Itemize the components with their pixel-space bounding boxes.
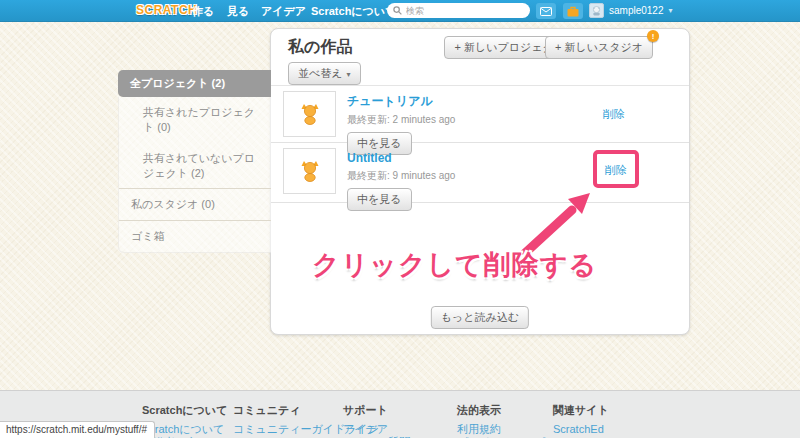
highlight-box: 削除 <box>593 150 639 188</box>
new-studio-button[interactable]: + 新しいスタジオ <box>545 36 653 59</box>
project-updated-label: 最終更新: 2 minutes ago <box>347 113 455 127</box>
delete-link-highlighted[interactable]: 削除 <box>605 164 627 176</box>
annotation-text: クリックして削除する <box>312 247 597 283</box>
search-input[interactable] <box>406 6 516 16</box>
delete-link[interactable]: 削除 <box>603 107 625 122</box>
project-row-untitled: Untitled 最終更新: 9 minutes ago 中を見る 削除 <box>271 143 689 203</box>
footer-col-title: Scratchについて <box>142 403 231 418</box>
chevron-down-icon: ▾ <box>347 70 351 79</box>
sidebar-item-all-projects[interactable]: 全プロジェクト (2) <box>118 70 271 97</box>
username-label: sample0122 <box>609 5 663 16</box>
sidebar-item-trash[interactable]: ゴミ箱 <box>119 220 271 252</box>
project-thumbnail[interactable] <box>283 91 336 137</box>
project-thumbnail[interactable] <box>283 148 336 194</box>
sidebar-group: 共有されたプロジェクト (0) 共有されていないプロジェクト (2) 私のスタジ… <box>118 97 271 253</box>
mystuff-panel: 私の作品 + 新しいプロジェクト + 新しいスタジオ ! 並べ替え▾ チュートリ… <box>270 28 690 335</box>
footer-col-title: 関連サイト <box>553 403 613 418</box>
project-title-link[interactable]: チュートリアル <box>347 93 433 110</box>
footer-col-support: サポート アイデア よくある質問 オフラインエディター <box>343 403 455 438</box>
project-updated-label: 最終更新: 9 minutes ago <box>347 169 455 183</box>
mystuff-button[interactable] <box>563 3 583 19</box>
chevron-down-icon: ▾ <box>668 6 672 15</box>
nav-explore[interactable]: 見る <box>223 0 253 22</box>
top-navbar: SCRATCH 作る 見る アイデア Scratchについて <box>0 0 800 22</box>
footer-col-related: 関連サイト ScratchEd ScratchJr Scratch Day <box>553 403 613 438</box>
footer-link[interactable]: Scratchについて <box>142 423 231 436</box>
sidebar-item-shared-projects[interactable]: 共有されたプロジェクト (0) <box>119 97 271 143</box>
footer-col-title: サポート <box>343 403 455 418</box>
account-menu[interactable]: sample0122 ▾ <box>589 3 673 18</box>
sidebar-item-unshared-projects[interactable]: 共有されていないプロジェクト (2) <box>119 143 271 189</box>
nav-create[interactable]: 作る <box>188 0 218 22</box>
footer-link[interactable]: ScratchEd <box>553 423 613 436</box>
sidebar-item-my-studios[interactable]: 私のスタジオ (0) <box>119 188 271 220</box>
nav-ideas[interactable]: アイデア <box>257 0 310 22</box>
footer-col-about: Scratchについて Scratchについて 保護者の方へ 教育関係者の方へ <box>142 403 231 438</box>
project-title-link[interactable]: Untitled <box>347 151 392 165</box>
project-filter-sidebar: 全プロジェクト (2) 共有されたプロジェクト (0) 共有されていないプロジェ… <box>118 70 271 253</box>
project-info: Untitled 最終更新: 9 minutes ago 中を見る <box>347 148 455 211</box>
browser-status-url: https://scratch.mit.edu/mystuff/# <box>0 421 155 438</box>
avatar-cat-icon <box>591 5 602 16</box>
mail-icon <box>540 7 552 16</box>
search-box <box>387 3 530 18</box>
sort-button[interactable]: 並べ替え▾ <box>288 62 361 85</box>
scratch-cat-icon <box>299 102 321 126</box>
messages-button[interactable] <box>536 3 556 19</box>
footer-link[interactable]: アイデア <box>343 423 455 436</box>
avatar <box>589 3 604 18</box>
scratch-cat-icon <box>299 159 321 183</box>
page-title: 私の作品 <box>288 37 352 58</box>
load-more-button[interactable]: もっと読み込む <box>431 306 529 329</box>
notification-badge: ! <box>647 30 659 42</box>
sort-button-label: 並べ替え <box>298 67 343 79</box>
search-icon <box>393 6 402 15</box>
briefcase-icon <box>567 6 579 17</box>
project-row-tutorial: チュートリアル 最終更新: 2 minutes ago 中を見る 削除 <box>271 86 689 143</box>
see-inside-button[interactable]: 中を見る <box>347 188 412 211</box>
